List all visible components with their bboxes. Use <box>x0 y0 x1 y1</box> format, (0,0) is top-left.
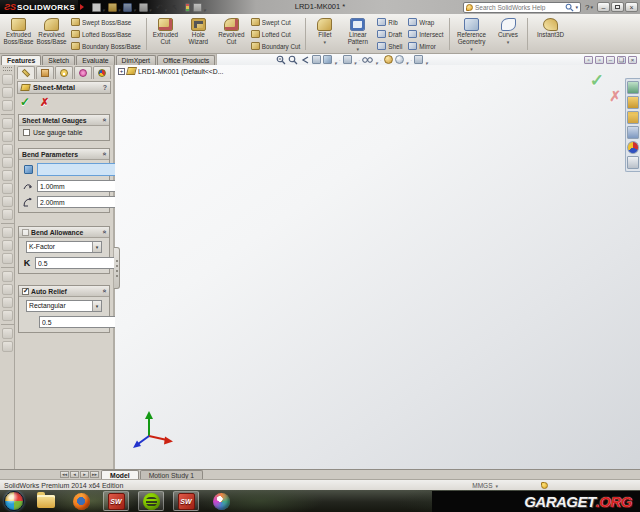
save-button[interactable] <box>123 0 136 16</box>
restore-button[interactable] <box>611 2 624 12</box>
tab-scroll-prev-button[interactable]: ◂ <box>70 471 79 478</box>
lofted-cut-button[interactable]: Lofted Cut <box>251 29 301 40</box>
toolbar-icon[interactable] <box>2 271 13 282</box>
toolbar-icon[interactable] <box>2 240 13 251</box>
collapse-chevron-icon[interactable]: « <box>101 289 107 293</box>
toolbar-icon[interactable] <box>2 297 13 308</box>
bend-allowance-type-dropdown[interactable]: K-Factor <box>26 241 102 253</box>
doc-restore-button[interactable]: ❏ <box>617 56 626 64</box>
toolbar-icon[interactable] <box>2 170 13 181</box>
unit-system-selector[interactable]: MMGS <box>472 482 492 489</box>
custom-properties-icon[interactable] <box>627 156 639 169</box>
zoom-to-area-icon[interactable] <box>288 55 298 65</box>
hole-wizard-button[interactable]: HoleWizard <box>182 15 215 53</box>
toolbar-icon[interactable] <box>2 87 13 98</box>
toolbar-icon[interactable] <box>2 157 13 168</box>
toolbar-icon[interactable] <box>2 310 13 321</box>
wrap-button[interactable]: Wrap <box>408 17 443 28</box>
tab-office-products[interactable]: Office Products <box>157 55 215 65</box>
group-header[interactable]: Auto Relief « <box>19 286 109 297</box>
view-settings-icon[interactable] <box>414 55 423 64</box>
close-button[interactable]: × <box>625 2 638 12</box>
zoom-to-fit-icon[interactable] <box>276 55 286 65</box>
tab-scroll-last-button[interactable]: ▸▸ <box>90 471 99 478</box>
tab-property-manager[interactable] <box>17 66 35 79</box>
graphics-viewport[interactable]: + LRD1-MK001 (Default<<D... ✓ ✗ <box>115 65 640 469</box>
taskbar-solidworks-button[interactable]: SW <box>103 491 129 511</box>
dropdown-arrow-icon[interactable] <box>92 301 101 311</box>
toolbar-icon[interactable] <box>2 144 13 155</box>
toolbar-icon[interactable] <box>2 183 13 194</box>
rib-button[interactable]: Rib <box>377 17 402 28</box>
taskbar-spotify-button[interactable] <box>138 491 164 511</box>
toolbar-icon[interactable] <box>2 196 13 207</box>
open-button[interactable] <box>108 0 121 16</box>
auto-relief-checkbox[interactable] <box>22 288 29 295</box>
revolved-cut-button[interactable]: RevolvedCut <box>215 15 248 53</box>
tag-icon[interactable] <box>541 482 548 489</box>
feature-help-icon[interactable]: ? <box>103 84 107 91</box>
tab-scroll-next-button[interactable]: ▸ <box>80 471 89 478</box>
menu-flyout-arrow-icon[interactable] <box>80 4 84 10</box>
instant3d-button[interactable]: Instant3D <box>530 15 572 53</box>
solidworks-resources-icon[interactable] <box>627 81 639 94</box>
dropdown-arrow-icon[interactable] <box>92 242 101 252</box>
start-button[interactable] <box>4 491 24 511</box>
new-document-button[interactable] <box>92 0 105 16</box>
help-menu-button[interactable]: ? <box>585 3 593 12</box>
view-palette-icon[interactable] <box>627 126 639 139</box>
swept-cut-button[interactable]: Swept Cut <box>251 17 301 28</box>
extruded-boss-base-button[interactable]: ExtrudedBoss/Base <box>2 15 35 53</box>
search-magnifier-icon[interactable] <box>565 3 574 12</box>
revolved-boss-base-button[interactable]: RevolvedBoss/Base <box>35 15 68 53</box>
toolbar-icon[interactable] <box>2 74 13 85</box>
select-button[interactable]: ↖ <box>170 0 183 16</box>
appearances-scenes-icon[interactable] <box>627 141 639 154</box>
taskbar-explorer-button[interactable] <box>33 491 59 511</box>
file-explorer-icon[interactable] <box>627 111 639 124</box>
section-view-icon[interactable] <box>312 55 321 64</box>
search-scope-dropdown[interactable] <box>576 4 579 10</box>
group-header[interactable]: Bend Parameters « <box>19 149 109 160</box>
relief-type-dropdown[interactable]: Rectangular <box>26 300 102 312</box>
tab-dimxpert[interactable]: DimXpert <box>116 55 156 65</box>
tab-configuration-manager[interactable] <box>36 66 54 79</box>
apply-scene-icon[interactable] <box>395 55 404 64</box>
confirmation-corner-ok-button[interactable]: ✓ <box>590 70 604 91</box>
linear-pattern-button[interactable]: LinearPattern <box>341 15 374 53</box>
panel-splitter-handle[interactable] <box>114 247 120 289</box>
toolbar-icon[interactable] <box>2 227 13 238</box>
confirmation-corner-cancel-button[interactable]: ✗ <box>609 88 621 104</box>
group-header[interactable]: Bend Allowance « <box>19 227 109 238</box>
tree-root-label[interactable]: LRD1-MK001 (Default<<D... <box>138 68 223 75</box>
taskbar-solidworks2-button[interactable]: SW <box>173 491 199 511</box>
collapse-chevron-icon[interactable]: « <box>101 152 107 156</box>
ok-button[interactable]: ✓ <box>20 97 30 108</box>
toolbar-icon[interactable] <box>2 253 13 264</box>
toolbar-icon[interactable] <box>2 328 13 339</box>
collapse-chevron-icon[interactable]: « <box>101 118 107 122</box>
minimize-button[interactable]: – <box>597 2 610 12</box>
doc-tile-icon[interactable]: ▫ <box>595 56 604 64</box>
print-button[interactable] <box>139 0 152 16</box>
undo-button[interactable]: ↶ <box>154 0 167 16</box>
curves-button[interactable]: Curves <box>492 15 525 53</box>
toolbar-icon[interactable] <box>2 209 13 220</box>
reference-geometry-button[interactable]: ReferenceGeometry <box>452 15 492 53</box>
view-orientation-icon[interactable] <box>323 55 332 64</box>
tab-dimxpert-manager[interactable] <box>55 66 73 79</box>
swept-boss-base-button[interactable]: Swept Boss/Base <box>71 17 141 28</box>
search-box[interactable] <box>463 2 581 13</box>
toolbar-icon[interactable] <box>2 284 13 295</box>
doc-cascade-icon[interactable]: ▫ <box>584 56 593 64</box>
collapse-chevron-icon[interactable]: « <box>101 230 107 234</box>
extruded-cut-button[interactable]: ExtrudedCut <box>149 15 182 53</box>
toolbar-icon[interactable] <box>2 100 13 111</box>
boundary-boss-base-button[interactable]: Boundary Boss/Base <box>71 41 141 52</box>
previous-view-icon[interactable] <box>300 55 310 65</box>
lofted-boss-base-button[interactable]: Lofted Boss/Base <box>71 29 141 40</box>
toolbar-icon[interactable] <box>2 118 13 129</box>
display-style-icon[interactable] <box>343 55 352 64</box>
tab-features[interactable]: Features <box>1 55 41 65</box>
edit-appearance-icon[interactable] <box>384 55 393 64</box>
